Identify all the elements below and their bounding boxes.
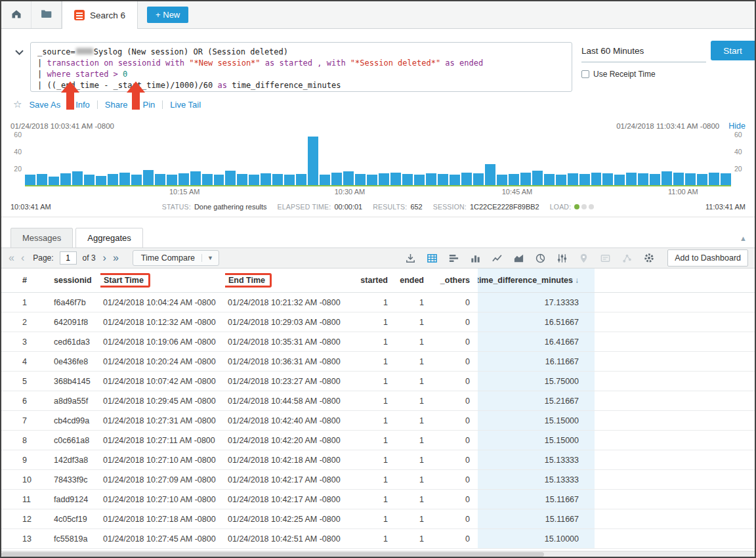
table-view-icon[interactable] — [425, 251, 439, 265]
histogram-chart[interactable]: 60 40 20 60 40 20 — [25, 134, 731, 186]
download-icon[interactable] — [404, 251, 417, 265]
column-header-ended[interactable]: ended — [396, 276, 432, 285]
new-tab-button[interactable]: + New — [147, 7, 188, 23]
table-row[interactable]: 5368b414501/24/2018 10:07:42 AM -080001/… — [1, 372, 755, 391]
histogram-bar[interactable] — [249, 175, 259, 185]
prev-page-button[interactable]: ‹ — [19, 253, 26, 263]
histogram-bar[interactable] — [509, 174, 519, 185]
table-row[interactable]: 2642091f801/24/2018 10:12:32 AM -080001/… — [1, 312, 755, 332]
histogram-bar[interactable] — [638, 173, 648, 185]
histogram-bar[interactable] — [143, 170, 154, 185]
next-page-button[interactable]: › — [101, 253, 108, 263]
table-row[interactable]: 1f6a46f7b01/24/2018 10:04:24 AM -080001/… — [1, 293, 755, 312]
search-query-input[interactable]: _source=Syslog (New session) OR (Session… — [30, 42, 572, 92]
histogram-bar[interactable] — [131, 175, 142, 185]
pie-chart-icon[interactable] — [534, 251, 547, 265]
histogram-bar[interactable] — [331, 173, 342, 186]
table-row[interactable]: 9142df3a801/24/2018 10:27:10 AM -080001/… — [1, 450, 755, 470]
histogram-bar[interactable] — [402, 174, 413, 185]
histogram-bar[interactable] — [343, 171, 354, 185]
histogram-bar[interactable] — [650, 174, 660, 185]
library-tab[interactable] — [32, 1, 62, 28]
histogram-bar[interactable] — [532, 171, 543, 185]
histogram-bar[interactable] — [556, 175, 566, 185]
bar-rows-chart-icon[interactable] — [447, 251, 461, 265]
histogram-bar[interactable] — [390, 173, 401, 186]
line-chart-icon[interactable] — [490, 251, 504, 265]
tab-messages[interactable]: Messages — [10, 228, 73, 248]
histogram-bar[interactable] — [367, 175, 377, 185]
histogram-bar[interactable] — [296, 174, 306, 185]
column-header-started[interactable]: started — [350, 276, 396, 285]
histogram-bar[interactable] — [119, 173, 130, 186]
map-pin-icon[interactable] — [577, 251, 591, 265]
histogram-bar[interactable] — [190, 171, 201, 185]
histogram-bar[interactable] — [497, 175, 507, 185]
page-input[interactable] — [60, 251, 77, 265]
histogram-bar[interactable] — [414, 175, 425, 185]
table-row[interactable]: 11fadd912401/24/2018 10:27:10 AM -080001… — [1, 490, 755, 509]
histogram-bar[interactable] — [261, 173, 271, 185]
histogram-bar[interactable] — [697, 174, 707, 185]
table-row[interactable]: 8c0c661a801/24/2018 10:27:11 AM -080001/… — [1, 431, 755, 450]
query-collapse-icon[interactable] — [14, 47, 24, 59]
histogram-bar[interactable] — [673, 173, 684, 186]
histogram-bar[interactable] — [544, 174, 555, 185]
histogram-bar[interactable] — [25, 175, 35, 185]
histogram-bar[interactable] — [473, 173, 484, 185]
histogram-bar[interactable] — [214, 175, 224, 185]
histogram-bar[interactable] — [426, 173, 436, 185]
scrollbar-thumb[interactable] — [1, 552, 544, 557]
histogram-bar[interactable] — [662, 171, 672, 185]
histogram-bar[interactable] — [450, 175, 460, 185]
text-panel-icon[interactable] — [598, 251, 612, 265]
area-chart-icon[interactable] — [512, 251, 526, 265]
histogram-bar[interactable] — [72, 171, 83, 185]
histogram-bar[interactable] — [284, 175, 295, 185]
histogram-bar[interactable] — [84, 175, 94, 185]
histogram-bar[interactable] — [108, 174, 118, 185]
histogram-bar[interactable] — [355, 174, 366, 185]
home-tab[interactable] — [1, 1, 32, 28]
table-row[interactable]: 6a8d9a55f01/24/2018 10:29:45 AM -080001/… — [1, 391, 755, 411]
column-header-others[interactable]: _others — [432, 276, 478, 285]
histogram-bar[interactable] — [626, 173, 637, 186]
histogram-bar[interactable] — [438, 174, 448, 185]
table-row[interactable]: 3ced61da301/24/2018 10:19:06 AM -080001/… — [1, 332, 755, 352]
table-row[interactable]: 40e436fe801/24/2018 10:20:24 AM -080001/… — [1, 352, 755, 372]
tab-aggregates[interactable]: Aggregates — [75, 228, 143, 248]
histogram-bar[interactable] — [37, 174, 47, 185]
histogram-bar[interactable] — [225, 171, 236, 185]
column-header-time-difference[interactable]: time_difference_minutes↓ — [478, 268, 595, 292]
favorite-star-icon[interactable]: ☆ — [13, 98, 22, 110]
histogram-bar[interactable] — [272, 174, 283, 185]
histogram-bar[interactable] — [96, 176, 106, 185]
start-search-button[interactable]: Start — [711, 41, 755, 60]
histogram-bar[interactable] — [167, 175, 177, 185]
histogram-bar[interactable] — [709, 173, 719, 186]
table-row[interactable]: 1078433f9c01/24/2018 10:27:09 AM -080001… — [1, 470, 755, 490]
column-header-start-time[interactable]: Start Time — [100, 273, 225, 288]
save-as-link[interactable]: Save As — [29, 100, 60, 110]
histogram-bar[interactable] — [591, 173, 602, 186]
histogram-bar[interactable] — [461, 173, 472, 186]
table-row[interactable]: 124c05cf1901/24/2018 10:27:18 AM -080001… — [1, 509, 755, 529]
histogram-bar[interactable] — [379, 173, 389, 185]
histogram-bar[interactable] — [308, 137, 318, 185]
histogram-bar[interactable] — [602, 173, 613, 185]
tab-search-6[interactable]: Search 6 — [62, 1, 138, 29]
histogram-bar[interactable] — [178, 173, 189, 185]
table-row[interactable]: 13fc55819a01/24/2018 10:27:45 AM -080001… — [1, 529, 755, 549]
share-link[interactable]: Share — [105, 100, 128, 110]
histogram-bar[interactable] — [320, 175, 330, 185]
histogram-bar[interactable] — [202, 174, 213, 185]
use-receipt-time-checkbox[interactable] — [581, 70, 589, 78]
sort-desc-icon[interactable]: ↓ — [575, 276, 579, 285]
last-page-button[interactable]: » — [111, 253, 121, 263]
histogram-bar[interactable] — [721, 173, 731, 185]
histogram-bar[interactable] — [520, 173, 531, 186]
histogram-bar[interactable] — [568, 173, 578, 185]
hide-chart-link[interactable]: Hide — [728, 121, 746, 131]
table-row[interactable]: 7cb4cd99a01/24/2018 10:27:31 AM -080001/… — [1, 411, 755, 431]
histogram-bar[interactable] — [579, 174, 590, 185]
